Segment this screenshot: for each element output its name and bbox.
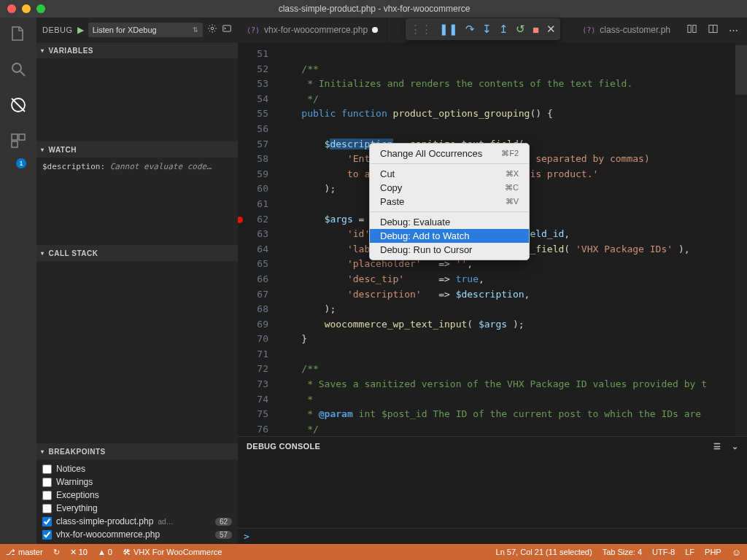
php-file-icon: ⟨?⟩	[247, 26, 260, 34]
branch-icon: ⎇	[6, 548, 15, 557]
svg-rect-5	[19, 134, 25, 140]
breakpoint-item[interactable]: Exceptions	[36, 489, 238, 502]
breakpoint-item[interactable]: class-simple-product.php ad…62	[36, 515, 238, 528]
breakpoint-label: Everything	[56, 503, 98, 513]
git-sync[interactable]: ↻	[53, 548, 60, 557]
console-prompt[interactable]: >	[238, 528, 747, 544]
feedback-icon[interactable]: ☺	[732, 547, 741, 558]
git-branch[interactable]: ⎇master	[6, 548, 43, 557]
window-title: class-simple-product.php - vhx-for-wooco…	[45, 4, 703, 14]
breakpoint-checkbox[interactable]	[42, 504, 52, 513]
breakpoint-line-count: 62	[215, 518, 232, 526]
warnings[interactable]: ▲ 0	[98, 548, 112, 556]
debug-toolbar[interactable]: ⋮⋮ ❚❚ ↷ ↧ ↥ ↺ ■ ✕	[406, 18, 560, 40]
debug-console-panel: DEBUG CONSOLE ☰ ⌄ >	[238, 436, 747, 544]
launch-config-name: Listen for XDebug	[93, 26, 157, 34]
panel-header-watch[interactable]: WATCH	[36, 141, 238, 158]
minimize-window-icon[interactable]	[22, 4, 31, 13]
tab-class-customer[interactable]: ⟨?⟩ class-customer.ph	[576, 25, 676, 35]
svg-line-1	[20, 71, 25, 76]
breakpoint-label: Warnings	[56, 477, 93, 487]
explorer-icon[interactable]	[9, 25, 27, 44]
breakpoint-label: class-simple-product.php	[56, 516, 153, 526]
zoom-window-icon[interactable]	[36, 4, 45, 13]
pause-icon[interactable]: ❚❚	[439, 23, 458, 36]
minimap[interactable]	[735, 42, 747, 436]
start-debug-icon[interactable]: ▶	[77, 25, 84, 35]
watch-body: $description: Cannot evaluate code…	[36, 158, 238, 245]
context-menu-item[interactable]: Debug: Add to Watch	[370, 229, 529, 243]
editor-area: ⟨?⟩ vhx-for-woocommerce.php ⟨?⟩ class-cu…	[238, 18, 747, 544]
context-menu-item[interactable]: Copy⌘C	[370, 181, 529, 195]
stop-icon[interactable]: ■	[533, 23, 539, 36]
panel-header-variables[interactable]: VARIABLES	[36, 42, 238, 58]
step-over-icon[interactable]: ↷	[465, 23, 475, 36]
prompt-caret: >	[244, 531, 249, 542]
breakpoint-label: Exceptions	[56, 490, 99, 500]
context-menu-item[interactable]: Change All Occurrences⌘F2	[370, 147, 529, 160]
breakpoint-checkbox[interactable]	[42, 464, 52, 474]
breakpoint-label: Notices	[56, 464, 85, 474]
language-mode[interactable]: PHP	[705, 548, 721, 556]
close-window-icon[interactable]	[7, 4, 16, 13]
drag-handle-icon[interactable]: ⋮⋮	[410, 23, 432, 36]
titlebar: class-simple-product.php - vhx-for-wooco…	[0, 0, 747, 18]
step-out-icon[interactable]: ↥	[499, 23, 508, 36]
gear-icon[interactable]	[207, 23, 217, 36]
panel-header-callstack[interactable]: CALL STACK	[36, 245, 238, 261]
console-icon[interactable]	[222, 23, 232, 36]
watch-value: Cannot evaluate code…	[110, 162, 212, 171]
watch-item[interactable]: $description: Cannot evaluate code…	[36, 160, 238, 173]
task-runner[interactable]: 🛠VHX For WooCommerce	[123, 548, 222, 556]
breakpoints-body: NoticesWarningsExceptionsEverythingclass…	[36, 459, 238, 544]
tab-label: class-customer.ph	[600, 25, 670, 35]
breakpoint-line-count: 57	[215, 531, 232, 539]
context-menu-item[interactable]: Cut⌘X	[370, 167, 529, 181]
errors[interactable]: ✕ 10	[70, 548, 88, 557]
debug-label: DEBUG	[42, 26, 73, 34]
debug-console-title[interactable]: DEBUG CONSOLE	[247, 442, 320, 451]
chevron-down-icon[interactable]: ⌄	[732, 442, 738, 451]
encoding[interactable]: UTF-8	[652, 548, 675, 556]
callstack-body	[36, 261, 238, 443]
watch-expr: $description:	[42, 162, 105, 171]
debug-icon[interactable]	[9, 96, 27, 116]
tab-size[interactable]: Tab Size: 4	[603, 548, 642, 556]
svg-rect-6	[12, 141, 18, 147]
filter-icon[interactable]: ☰	[713, 442, 721, 451]
launch-config-select[interactable]: Listen for XDebug	[88, 23, 203, 37]
breakpoint-item[interactable]: Notices	[36, 462, 238, 475]
search-icon[interactable]	[9, 61, 27, 80]
compare-icon[interactable]	[686, 23, 697, 36]
svg-rect-4	[12, 134, 18, 140]
restart-icon[interactable]: ↺	[516, 23, 525, 36]
panel-header-breakpoints[interactable]: BREAKPOINTS	[36, 443, 238, 459]
step-into-icon[interactable]: ↧	[482, 23, 492, 36]
svg-rect-8	[223, 26, 231, 31]
svg-point-7	[211, 27, 214, 30]
breakpoint-item[interactable]: Everything	[36, 502, 238, 515]
status-bar: ⎇master ↻ ✕ 10 ▲ 0 🛠VHX For WooCommerce …	[0, 544, 747, 560]
breakpoint-checkbox[interactable]	[42, 517, 52, 526]
cursor-position[interactable]: Ln 57, Col 21 (11 selected)	[496, 548, 592, 556]
traffic-lights	[0, 4, 45, 13]
tab-vhx-for-woocommerce[interactable]: ⟨?⟩ vhx-for-woocommerce.php	[238, 18, 387, 42]
tab-label: vhx-for-woocommerce.php	[264, 25, 368, 35]
context-menu[interactable]: Change All Occurrences⌘F2Cut⌘XCopy⌘CPast…	[369, 143, 530, 260]
breakpoint-item[interactable]: Warnings	[36, 475, 238, 489]
breakpoint-item[interactable]: vhx-for-woocommerce.php57	[36, 528, 238, 541]
extensions-icon[interactable]: 1	[9, 132, 27, 152]
context-menu-item[interactable]: Paste⌘V	[370, 195, 529, 209]
eol[interactable]: LF	[685, 548, 694, 556]
context-menu-item[interactable]: Debug: Evaluate	[370, 215, 529, 229]
breakpoint-checkbox[interactable]	[42, 491, 52, 500]
split-editor-icon[interactable]	[708, 23, 719, 36]
debug-sidebar: DEBUG ▶ Listen for XDebug VARIABLES WATC…	[36, 18, 238, 544]
breakpoint-checkbox[interactable]	[42, 478, 52, 487]
svg-point-0	[12, 63, 21, 72]
modified-dot-icon	[372, 27, 378, 33]
context-menu-item[interactable]: Debug: Run to Cursor	[370, 243, 529, 257]
breakpoint-checkbox[interactable]	[42, 530, 52, 540]
close-icon[interactable]: ✕	[546, 23, 556, 36]
more-icon[interactable]: ⋯	[729, 25, 738, 36]
